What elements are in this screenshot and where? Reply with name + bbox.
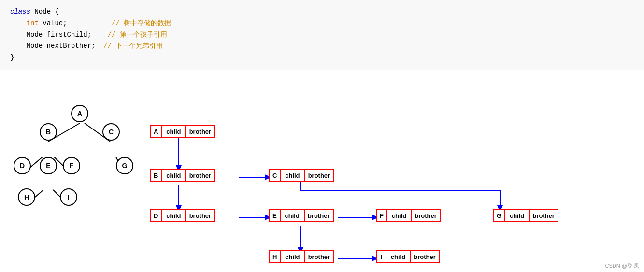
comment1: // 树中存储的数据 xyxy=(112,19,171,27)
comment2: // 第一个孩子引用 xyxy=(108,31,167,39)
box-F-child: child xyxy=(387,210,412,221)
box-E-child: child xyxy=(281,210,305,221)
diagram-area: A B C D E F G H I A child brother B chil… xyxy=(0,94,644,272)
box-B-label: B xyxy=(151,170,162,181)
box-C-label: C xyxy=(270,170,281,181)
box-A-child: child xyxy=(162,126,186,137)
value-var: value; xyxy=(43,19,107,27)
box-B-child: child xyxy=(162,170,186,181)
node-box-C: C child brother xyxy=(269,169,334,182)
circle-H: H xyxy=(18,188,35,206)
node-box-E: E child brother xyxy=(269,209,334,222)
close-brace: } xyxy=(10,54,14,61)
node-keyword2: Node nextBrother; xyxy=(27,42,100,50)
box-C-child: child xyxy=(281,170,305,181)
box-D-label: D xyxy=(151,210,162,221)
arrows-svg xyxy=(0,94,644,272)
circle-E: E xyxy=(40,157,57,174)
watermark: CSDN @登 凤 xyxy=(605,262,639,270)
circle-F: F xyxy=(63,157,80,174)
box-C-brother: brother xyxy=(305,170,333,181)
circle-G: G xyxy=(116,157,133,174)
code-block: class Node { int value; // 树中存储的数据 Node … xyxy=(0,0,644,70)
class-name: Node { xyxy=(34,8,58,15)
box-G-child: child xyxy=(505,210,530,221)
box-D-brother: brother xyxy=(186,210,214,221)
node-box-B: B child brother xyxy=(150,169,215,182)
box-F-brother: brother xyxy=(412,210,440,221)
node-box-H: H child brother xyxy=(269,250,334,263)
node-keyword1: Node firstChild; xyxy=(27,31,104,39)
node-box-F: F child brother xyxy=(376,209,441,222)
circle-B: B xyxy=(40,123,57,141)
box-I-label: I xyxy=(377,251,386,262)
node-box-G: G child brother xyxy=(493,209,558,222)
box-E-label: E xyxy=(270,210,281,221)
box-H-brother: brother xyxy=(305,251,333,262)
circle-A: A xyxy=(71,105,88,122)
box-E-brother: brother xyxy=(305,210,333,221)
box-H-child: child xyxy=(281,251,305,262)
circle-C: C xyxy=(102,123,120,141)
box-F-label: F xyxy=(377,210,387,221)
box-A-label: A xyxy=(151,126,162,137)
box-I-brother: brother xyxy=(411,251,439,262)
box-G-brother: brother xyxy=(530,210,558,221)
comment3: // 下一个兄弟引用 xyxy=(103,42,163,50)
box-D-child: child xyxy=(162,210,186,221)
circle-I: I xyxy=(60,188,77,206)
box-I-child: child xyxy=(386,251,411,262)
box-H-label: H xyxy=(270,251,281,262)
class-keyword: class xyxy=(10,8,30,15)
node-box-A: A child brother xyxy=(150,125,215,138)
circle-D: D xyxy=(14,157,31,174)
box-A-brother: brother xyxy=(186,126,214,137)
node-box-I: I child brother xyxy=(376,250,440,263)
int-keyword: int xyxy=(27,19,39,27)
box-B-brother: brother xyxy=(186,170,214,181)
node-box-D: D child brother xyxy=(150,209,215,222)
box-G-label: G xyxy=(494,210,505,221)
